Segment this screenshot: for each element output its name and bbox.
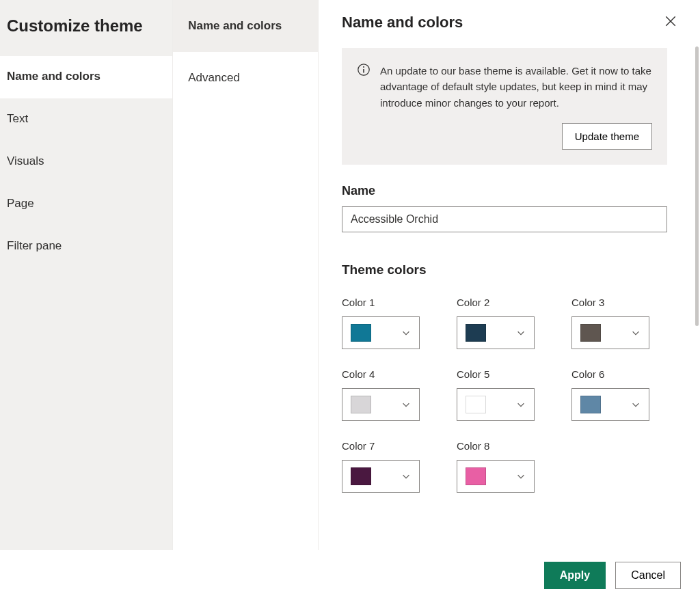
color-swatch bbox=[466, 467, 486, 485]
color-picker-4[interactable] bbox=[342, 388, 420, 421]
color-label: Color 8 bbox=[457, 440, 552, 452]
customize-theme-dialog: Customize theme Name and colors Text Vis… bbox=[0, 0, 700, 600]
color-picker-6[interactable] bbox=[571, 388, 649, 421]
primary-nav-item-page[interactable]: Page bbox=[0, 183, 172, 226]
dialog-body: Customize theme Name and colors Text Vis… bbox=[0, 0, 700, 550]
color-label: Color 2 bbox=[457, 297, 552, 308]
close-button[interactable] bbox=[660, 12, 681, 33]
cancel-button[interactable]: Cancel bbox=[615, 562, 681, 589]
color-swatch bbox=[466, 324, 486, 342]
color-picker-5[interactable] bbox=[457, 388, 535, 421]
color-swatch bbox=[351, 467, 371, 485]
detail-panel: Name and colors bbox=[319, 0, 700, 550]
dialog-footer: Apply Cancel bbox=[0, 550, 700, 600]
color-picker-8[interactable] bbox=[457, 460, 535, 493]
dialog-title: Customize theme bbox=[0, 0, 172, 56]
apply-button[interactable]: Apply bbox=[544, 562, 606, 589]
secondary-nav: Name and colors Advanced bbox=[172, 0, 319, 550]
theme-colors-label: Theme colors bbox=[342, 262, 667, 277]
color-item-2: Color 2 bbox=[457, 297, 552, 349]
secondary-nav-item-name-and-colors[interactable]: Name and colors bbox=[173, 0, 318, 52]
chevron-down-icon bbox=[516, 472, 526, 481]
color-picker-3[interactable] bbox=[571, 316, 649, 349]
color-item-3: Color 3 bbox=[571, 297, 667, 349]
detail-scroll-area[interactable]: An update to our base theme is available… bbox=[319, 42, 700, 550]
color-label: Color 3 bbox=[571, 297, 667, 308]
update-notice-text: An update to our base theme is available… bbox=[380, 63, 652, 111]
color-item-4: Color 4 bbox=[342, 368, 438, 421]
color-item-5: Color 5 bbox=[457, 368, 552, 421]
chevron-down-icon bbox=[401, 328, 411, 338]
color-label: Color 1 bbox=[342, 297, 438, 308]
update-notice: An update to our base theme is available… bbox=[342, 48, 667, 165]
theme-colors-grid: Color 1 Color 2 Co bbox=[342, 297, 667, 493]
color-label: Color 7 bbox=[342, 440, 438, 452]
update-theme-button[interactable]: Update theme bbox=[562, 123, 652, 150]
chevron-down-icon bbox=[401, 400, 411, 409]
color-item-8: Color 8 bbox=[457, 440, 552, 493]
scrollbar-thumb[interactable] bbox=[695, 46, 699, 326]
color-swatch bbox=[351, 396, 371, 413]
color-item-7: Color 7 bbox=[342, 440, 438, 493]
primary-nav-item-text[interactable]: Text bbox=[0, 98, 172, 141]
color-item-1: Color 1 bbox=[342, 297, 438, 349]
chevron-down-icon bbox=[401, 472, 411, 481]
svg-point-4 bbox=[363, 66, 364, 68]
color-swatch bbox=[580, 324, 601, 342]
color-picker-1[interactable] bbox=[342, 316, 420, 349]
color-item-6: Color 6 bbox=[571, 368, 667, 421]
chevron-down-icon bbox=[631, 328, 641, 338]
primary-nav-item-filter-pane[interactable]: Filter pane bbox=[0, 226, 172, 268]
color-picker-2[interactable] bbox=[457, 316, 535, 349]
chevron-down-icon bbox=[516, 400, 526, 409]
secondary-nav-item-advanced[interactable]: Advanced bbox=[173, 52, 318, 104]
info-icon bbox=[357, 63, 371, 79]
color-swatch bbox=[351, 324, 371, 342]
color-swatch bbox=[580, 396, 601, 413]
close-icon bbox=[664, 15, 677, 30]
primary-nav-item-name-and-colors[interactable]: Name and colors bbox=[0, 56, 172, 98]
primary-nav-item-visuals[interactable]: Visuals bbox=[0, 141, 172, 183]
primary-nav: Customize theme Name and colors Text Vis… bbox=[0, 0, 172, 550]
color-label: Color 6 bbox=[571, 368, 667, 380]
detail-header: Name and colors bbox=[319, 0, 700, 42]
chevron-down-icon bbox=[631, 400, 641, 409]
color-label: Color 4 bbox=[342, 368, 438, 380]
theme-name-input[interactable] bbox=[342, 206, 667, 232]
name-label: Name bbox=[342, 184, 667, 198]
detail-title: Name and colors bbox=[342, 14, 660, 31]
chevron-down-icon bbox=[516, 328, 526, 338]
color-picker-7[interactable] bbox=[342, 460, 420, 493]
color-label: Color 5 bbox=[457, 368, 552, 380]
color-swatch bbox=[466, 396, 486, 413]
